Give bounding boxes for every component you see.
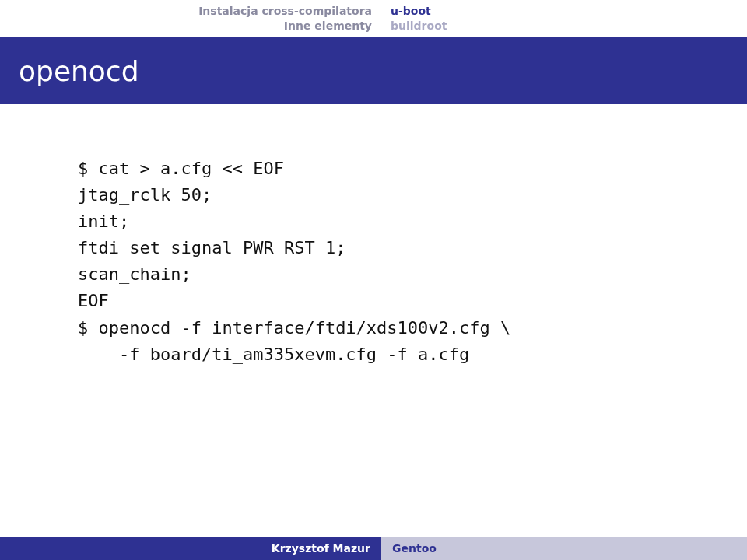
nav-sections-column: Instalacja cross-compilatora Inne elemen… <box>0 0 381 37</box>
nav-section-1[interactable]: Instalacja cross-compilatora <box>198 4 372 19</box>
code-line: -f board/ti_am335xevm.cfg -f a.cfg <box>78 345 469 364</box>
nav-subsection-active[interactable]: u-boot <box>391 4 431 19</box>
code-line: EOF <box>78 291 109 310</box>
code-line: ftdi_set_signal PWR_RST 1; <box>78 238 345 257</box>
footer-bar: Krzysztof Mazur Gentoo <box>0 537 747 560</box>
slide-body: $ cat > a.cfg << EOF jtag_rclk 50; init;… <box>78 156 700 368</box>
nav-subsections-column: u-boot buildroot <box>381 0 447 37</box>
code-line: init; <box>78 212 129 231</box>
code-line: $ cat > a.cfg << EOF <box>78 159 284 178</box>
slide: Instalacja cross-compilatora Inne elemen… <box>0 0 747 560</box>
slide-title: openocd <box>19 55 139 87</box>
title-bar: openocd <box>0 37 747 104</box>
nav-subsection-inactive[interactable]: buildroot <box>391 19 447 33</box>
top-navigation: Instalacja cross-compilatora Inne elemen… <box>0 0 747 37</box>
code-line: scan_chain; <box>78 264 191 284</box>
footer-author: Krzysztof Mazur <box>0 537 381 560</box>
code-line: jtag_rclk 50; <box>78 185 212 205</box>
footer-title: Gentoo <box>381 537 747 560</box>
nav-section-2[interactable]: Inne elementy <box>284 19 372 33</box>
code-block: $ cat > a.cfg << EOF jtag_rclk 50; init;… <box>78 156 700 368</box>
code-line: $ openocd -f interface/ftdi/xds100v2.cfg… <box>78 318 510 338</box>
